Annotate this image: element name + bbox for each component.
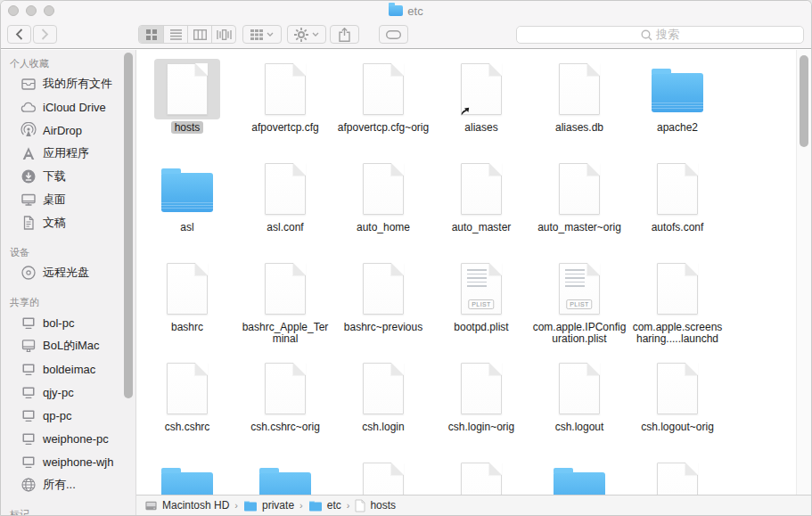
sidebar-item-bol-imac[interactable]: BoL的iMac xyxy=(1,334,135,357)
pc-icon xyxy=(21,361,37,377)
file-item[interactable]: com.apple.screensharing.....launchd xyxy=(628,258,726,358)
sidebar-item-boldeimac[interactable]: boldeimac xyxy=(1,357,135,381)
sidebar-item-weiphone-wjh[interactable]: weiphone-wjh xyxy=(1,450,135,473)
tag-button[interactable] xyxy=(379,25,408,44)
sidebar-item-all-shared[interactable]: 所有... xyxy=(1,473,135,496)
file-item[interactable]: bashrc_Apple_Terminal xyxy=(236,258,334,358)
sidebar-item-all-my-files[interactable]: 我的所有文件 xyxy=(1,72,135,95)
sidebar-item-remote-disc[interactable]: 远程光盘 xyxy=(1,261,135,284)
view-mode-switcher xyxy=(138,25,236,44)
pathbar-item[interactable]: etc xyxy=(308,499,341,512)
coverflow-view-icon xyxy=(217,29,232,40)
sidebar-item-label: 文稿 xyxy=(43,215,66,231)
alias-arrow-icon xyxy=(459,104,472,117)
document-icon xyxy=(350,458,416,495)
sidebar-item-weiphone-pc[interactable]: weiphone-pc xyxy=(1,427,135,450)
pathbar-item[interactable]: hosts xyxy=(355,499,396,512)
file-item[interactable]: csh.logout~orig xyxy=(628,358,726,458)
pc-icon xyxy=(21,454,37,470)
file-item[interactable]: PLISTcom.apple.IPConfiguration.plist xyxy=(530,258,628,358)
pathbar-separator: › xyxy=(347,500,350,511)
sidebar-section-header: 设备 xyxy=(10,246,135,258)
file-item[interactable]: csh.login~orig xyxy=(432,358,530,458)
sidebar-item-qjy-pc[interactable]: qjy-pc xyxy=(1,381,135,404)
file-item-partial[interactable] xyxy=(334,458,432,495)
file-grid: hostsafpovertcp.cfgafpovertcp.cfg~origal… xyxy=(138,59,726,495)
file-item[interactable]: PLISTbootpd.plist xyxy=(432,258,530,358)
pathbar-item-label: private xyxy=(262,499,294,512)
file-item[interactable]: autofs.conf xyxy=(628,159,726,258)
file-item[interactable]: csh.login xyxy=(334,358,432,458)
file-item[interactable]: aliases xyxy=(432,59,530,159)
back-button[interactable] xyxy=(7,25,31,44)
sidebar-item-desktop[interactable]: 桌面 xyxy=(1,188,135,211)
file-item-partial[interactable] xyxy=(236,458,334,495)
file-item[interactable]: bashrc~previous xyxy=(334,258,432,358)
disc-icon xyxy=(21,265,37,281)
document-icon xyxy=(154,59,220,119)
sidebar-item-bol-pc[interactable]: bol-pc xyxy=(1,311,135,334)
file-item[interactable]: auto_home xyxy=(334,159,432,258)
file-name-label: afpovertcp.cfg~orig xyxy=(338,122,429,134)
file-item[interactable]: apache2 xyxy=(628,59,726,159)
search-input[interactable]: 搜索 xyxy=(516,26,804,44)
pathbar-item-label: etc xyxy=(327,499,341,512)
all-my-files-icon xyxy=(21,76,37,92)
file-item[interactable]: asl xyxy=(138,159,236,258)
action-button[interactable] xyxy=(287,25,326,44)
sidebar-item-qp-pc[interactable]: qp-pc xyxy=(1,404,135,427)
file-item[interactable]: afpovertcp.cfg~orig xyxy=(334,59,432,159)
sidebar-item-label: 我的所有文件 xyxy=(43,76,112,92)
content-scrollbar-thumb[interactable] xyxy=(800,55,808,147)
sidebar-scrollbar-thumb[interactable] xyxy=(124,53,133,398)
file-view[interactable]: hostsafpovertcp.cfgafpovertcp.cfg~origal… xyxy=(136,50,811,495)
titlebar[interactable]: etc xyxy=(1,1,811,20)
file-item[interactable]: afpovertcp.cfg xyxy=(236,59,334,159)
sidebar-item-label: weiphone-wjh xyxy=(43,455,114,469)
file-item-partial[interactable] xyxy=(530,458,628,495)
icon-view-button[interactable] xyxy=(139,26,163,43)
sidebar-item-documents[interactable]: 文稿 xyxy=(1,211,135,234)
file-item[interactable]: aliases.db xyxy=(530,59,628,159)
forward-button[interactable] xyxy=(33,25,57,44)
sidebar-item-label: 所有... xyxy=(43,477,76,493)
file-item[interactable]: csh.cshrc xyxy=(138,358,236,458)
file-item[interactable]: csh.cshrc~orig xyxy=(236,358,334,458)
file-item[interactable]: auto_master~orig xyxy=(530,159,628,258)
file-name-label: csh.cshrc xyxy=(165,422,210,433)
sidebar-item-icloud-drive[interactable]: iCloud Drive xyxy=(1,95,135,119)
column-view-button[interactable] xyxy=(187,26,211,43)
coverflow-view-button[interactable] xyxy=(211,26,235,43)
sidebar-item-label: 远程光盘 xyxy=(43,265,89,281)
pathbar-item[interactable]: private xyxy=(243,499,294,512)
file-item-partial[interactable] xyxy=(138,458,236,495)
desktop-icon xyxy=(21,192,37,208)
sidebar: 个人收藏我的所有文件iCloud DriveAirDrop应用程序下载桌面文稿设… xyxy=(1,50,136,515)
downloads-icon xyxy=(21,168,37,184)
arrange-button[interactable] xyxy=(242,25,282,44)
file-item[interactable]: asl.conf xyxy=(236,159,334,258)
sidebar-item-airdrop[interactable]: AirDrop xyxy=(1,119,135,142)
plist-file-icon: PLIST xyxy=(448,258,514,319)
content-scrollbar[interactable] xyxy=(796,50,811,495)
file-item[interactable]: auto_master xyxy=(432,159,530,258)
list-view-icon xyxy=(170,29,182,40)
sidebar-sections: 个人收藏我的所有文件iCloud DriveAirDrop应用程序下载桌面文稿设… xyxy=(1,57,135,515)
file-item[interactable]: hosts xyxy=(138,59,236,159)
file-item-partial[interactable] xyxy=(432,458,530,495)
file-item[interactable]: csh.logout xyxy=(530,358,628,458)
list-view-button[interactable] xyxy=(163,26,187,43)
file-item[interactable]: bashrc xyxy=(138,258,236,358)
sidebar-item-label: boldeimac xyxy=(43,363,95,376)
share-button[interactable] xyxy=(330,25,359,44)
chevron-right-icon xyxy=(41,29,49,40)
sidebar-item-downloads[interactable]: 下载 xyxy=(1,165,135,188)
sidebar-item-applications[interactable]: 应用程序 xyxy=(1,142,135,165)
pathbar-item[interactable]: Macintosh HD xyxy=(144,499,229,512)
imac-icon xyxy=(21,338,37,354)
file-name-label: csh.logout~orig xyxy=(641,422,714,433)
file-item-partial[interactable] xyxy=(628,458,726,495)
share-icon xyxy=(339,28,350,42)
file-name-label: asl xyxy=(180,222,193,233)
folder-icon xyxy=(546,458,612,495)
